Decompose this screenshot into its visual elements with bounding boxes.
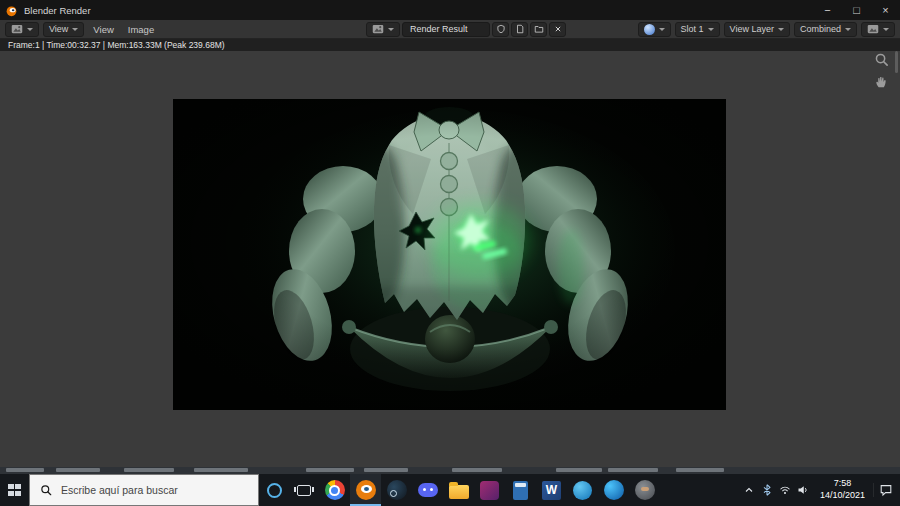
status-text-fragment xyxy=(556,468,602,472)
volume-button[interactable] xyxy=(795,477,812,503)
taskbar-app-discord[interactable] xyxy=(412,474,443,506)
fake-user-button[interactable] xyxy=(492,22,509,37)
search-icon xyxy=(40,484,53,497)
status-bar xyxy=(0,467,900,474)
image-icon xyxy=(372,23,384,35)
status-text-fragment xyxy=(194,468,248,472)
render-pass-label: Combined xyxy=(800,25,841,34)
windows-logo-icon xyxy=(8,484,21,497)
viewport-tool-gizmos xyxy=(874,52,889,89)
image-name-field[interactable]: Render Result xyxy=(402,22,490,37)
new-image-button[interactable] xyxy=(511,22,528,37)
taskbar-app-word[interactable]: W xyxy=(536,474,567,506)
chevron-down-icon xyxy=(845,28,851,31)
taskbar-app-file-explorer[interactable] xyxy=(443,474,474,506)
taskbar-app-chrome[interactable] xyxy=(319,474,350,506)
clock-time: 7:58 xyxy=(834,478,852,490)
clock-date: 14/10/2021 xyxy=(820,490,865,502)
zoom-icon[interactable] xyxy=(874,52,889,67)
discord-icon xyxy=(418,483,438,497)
taskbar-app-9[interactable] xyxy=(567,474,598,506)
render-stats-bar: Frame:1 | Time:00:32.37 | Mem:163.33M (P… xyxy=(0,39,900,51)
task-view-icon xyxy=(297,485,311,496)
maximize-button[interactable]: □ xyxy=(842,0,871,20)
pan-hand-icon[interactable] xyxy=(874,74,889,89)
status-text-fragment xyxy=(306,468,354,472)
gizmos-dropdown[interactable] xyxy=(638,22,671,37)
taskbar-clock[interactable]: 7:58 14/10/2021 xyxy=(813,478,872,501)
wifi-icon xyxy=(779,484,791,496)
menu-view[interactable]: View xyxy=(88,24,118,35)
tray-expand-button[interactable] xyxy=(741,477,758,503)
status-text-fragment xyxy=(608,468,658,472)
status-text-fragment xyxy=(676,468,724,472)
display-channels-dropdown[interactable] xyxy=(861,22,895,37)
task-view-button[interactable] xyxy=(289,474,319,506)
browse-image-dropdown[interactable] xyxy=(366,22,400,37)
image-datablock-group: Render Result xyxy=(366,22,566,37)
taskbar-app-gimp[interactable] xyxy=(629,474,660,506)
scrollbar[interactable] xyxy=(895,51,898,73)
chevron-down-icon xyxy=(72,28,78,31)
status-text-fragment xyxy=(6,468,44,472)
gizmo-sphere-icon xyxy=(644,24,655,35)
render-slot-label: Slot 1 xyxy=(681,25,704,34)
cortana-icon xyxy=(267,483,282,498)
mode-dropdown[interactable]: View xyxy=(43,22,84,37)
editor-type-button[interactable] xyxy=(5,22,39,37)
view-layer-label: View Layer xyxy=(730,25,774,34)
chevron-up-icon xyxy=(743,484,755,496)
cortana-button[interactable] xyxy=(259,474,289,506)
bluetooth-button[interactable] xyxy=(759,477,776,503)
render-pass-dropdown[interactable]: Combined xyxy=(794,22,857,37)
status-text-fragment xyxy=(364,468,408,472)
chevron-down-icon xyxy=(778,28,784,31)
chevron-down-icon xyxy=(659,28,665,31)
network-button[interactable] xyxy=(777,477,794,503)
close-x-icon xyxy=(553,24,563,34)
bluetooth-icon xyxy=(761,484,773,496)
action-center-button[interactable] xyxy=(873,483,898,497)
windows-taskbar: Escribe aquí para buscar W xyxy=(0,474,900,506)
status-text-fragment xyxy=(124,468,174,472)
view-layer-dropdown[interactable]: View Layer xyxy=(724,22,790,37)
display-channels-icon xyxy=(867,23,879,35)
render-result-image xyxy=(173,99,726,410)
taskbar-search-box[interactable]: Escribe aquí para buscar xyxy=(29,474,259,506)
start-button[interactable] xyxy=(0,474,29,506)
steam-icon xyxy=(387,480,407,500)
status-text-fragment xyxy=(56,468,100,472)
chevron-down-icon xyxy=(388,28,394,31)
taskbar-app-edge[interactable] xyxy=(598,474,629,506)
image-editor-viewport[interactable] xyxy=(0,51,900,467)
taskbar-app-6[interactable] xyxy=(474,474,505,506)
speaker-icon xyxy=(797,484,809,496)
taskbar-app-steam[interactable] xyxy=(381,474,412,506)
open-image-button[interactable] xyxy=(530,22,547,37)
system-tray: 7:58 14/10/2021 xyxy=(741,474,900,506)
calculator-icon xyxy=(513,481,528,500)
file-explorer-icon xyxy=(449,485,469,499)
close-button[interactable]: × xyxy=(871,0,900,20)
chevron-down-icon xyxy=(27,28,33,31)
window-titlebar[interactable]: Blender Render − □ × xyxy=(0,0,900,20)
pinned-apps: W xyxy=(319,474,660,506)
blue-app-icon xyxy=(573,481,592,500)
blender-logo-icon xyxy=(5,4,18,17)
taskbar-app-blender[interactable] xyxy=(350,474,381,506)
search-placeholder: Escribe aquí para buscar xyxy=(61,484,178,496)
render-slot-dropdown[interactable]: Slot 1 xyxy=(675,22,720,37)
unlink-image-button[interactable] xyxy=(549,22,566,37)
menu-image[interactable]: Image xyxy=(123,24,159,35)
image-editor-icon xyxy=(11,23,23,35)
folder-icon xyxy=(534,24,544,34)
taskbar-app-calculator[interactable] xyxy=(505,474,536,506)
chevron-down-icon xyxy=(883,28,889,31)
minimize-button[interactable]: − xyxy=(813,0,842,20)
header-right-group: Slot 1 View Layer Combined xyxy=(638,22,895,37)
window-title: Blender Render xyxy=(24,5,91,16)
mode-dropdown-label: View xyxy=(49,25,68,34)
image-editor-header: View View Image Render Result xyxy=(0,20,900,39)
status-text-fragment xyxy=(452,468,502,472)
edge-icon xyxy=(604,480,624,500)
